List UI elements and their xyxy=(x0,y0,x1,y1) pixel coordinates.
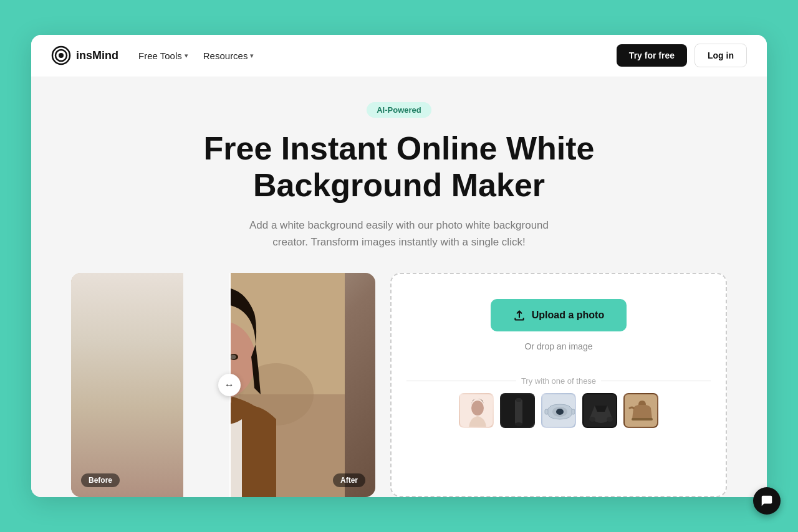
svg-rect-29 xyxy=(545,409,548,414)
drop-text: Or drop an image xyxy=(525,341,593,351)
sample-thumb-4[interactable] xyxy=(582,393,617,428)
upload-panel: Upload a photo Or drop an image Try with… xyxy=(390,273,727,497)
logo-icon xyxy=(51,45,71,65)
sample-thumb-1[interactable] xyxy=(459,393,494,428)
svg-point-2 xyxy=(59,53,64,58)
svg-rect-35 xyxy=(632,418,653,420)
sample-thumb-5[interactable] xyxy=(623,393,658,428)
nav-resources[interactable]: Resources ▾ xyxy=(203,50,254,61)
after-label: After xyxy=(333,473,365,487)
svg-point-21 xyxy=(471,401,484,416)
before-label: Before xyxy=(81,473,120,487)
nav-left: insMind Free Tools ▾ Resources ▾ xyxy=(51,45,254,65)
try-label: Try with one of these xyxy=(406,376,711,386)
hero-subtitle: Add a white background easily with our p… xyxy=(237,217,561,250)
sample-thumb-3[interactable] xyxy=(541,393,576,428)
svg-point-12 xyxy=(230,355,236,359)
svg-point-33 xyxy=(607,417,613,422)
ai-badge: AI-Powered xyxy=(367,102,431,118)
chevron-down-icon: ▾ xyxy=(250,52,254,60)
svg-rect-30 xyxy=(572,409,575,414)
svg-point-28 xyxy=(556,409,564,415)
chevron-down-icon: ▾ xyxy=(185,52,188,60)
nav-free-tools[interactable]: Free Tools ▾ xyxy=(138,50,188,61)
upload-button-label: Upload a photo xyxy=(532,310,604,321)
svg-point-32 xyxy=(589,417,595,422)
hero-title: Free Instant Online White Background Mak… xyxy=(187,130,611,205)
after-image xyxy=(71,273,229,497)
svg-rect-24 xyxy=(516,398,521,402)
login-button[interactable]: Log in xyxy=(695,44,747,67)
brand-name: insMind xyxy=(76,49,118,62)
hero-section: AI-Powered Free Instant Online White Bac… xyxy=(31,77,767,498)
upload-icon xyxy=(513,309,526,321)
try-for-free-button[interactable]: Try for free xyxy=(617,44,687,67)
svg-rect-23 xyxy=(515,399,522,424)
logo[interactable]: insMind xyxy=(51,45,118,65)
slider-handle[interactable]: ↔ xyxy=(218,374,241,396)
chat-icon xyxy=(760,494,774,508)
demo-area: ↔ Before After Upload a photo Or drop an… xyxy=(51,273,747,497)
nav-links: Free Tools ▾ Resources ▾ xyxy=(138,50,254,61)
navbar: insMind Free Tools ▾ Resources ▾ Try for… xyxy=(31,35,767,77)
before-after-slider[interactable]: ↔ Before After xyxy=(71,273,375,497)
svg-point-25 xyxy=(515,422,522,426)
sample-thumb-2[interactable] xyxy=(500,393,535,428)
upload-photo-button[interactable]: Upload a photo xyxy=(491,299,627,331)
sample-images xyxy=(406,393,711,428)
try-section: Try with one of these xyxy=(406,376,711,428)
browser-window: insMind Free Tools ▾ Resources ▾ Try for… xyxy=(31,35,767,498)
chat-bubble-button[interactable] xyxy=(753,487,781,515)
nav-right: Try for free Log in xyxy=(617,44,747,67)
